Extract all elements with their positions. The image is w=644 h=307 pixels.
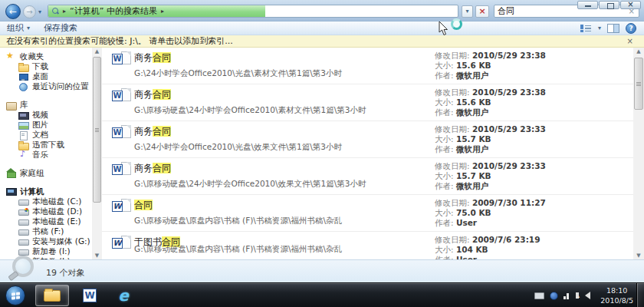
address-dropdown-button[interactable]: ▾ (462, 5, 473, 18)
sidebar-label: 下载 (28, 61, 48, 71)
nav-history-dropdown[interactable]: ▾ (38, 8, 41, 15)
sidebar-item-drive-g[interactable]: 安装与媒体 (G:) (0, 236, 92, 246)
sidebar-label: 音乐 (28, 150, 48, 160)
sidebar-item-computer[interactable]: 计算机 (0, 187, 92, 196)
sidebar-item-recent-places[interactable]: 最近访问的位置 (0, 81, 92, 91)
computer-icon (6, 187, 16, 196)
sidebar-label: 计算机 (16, 187, 44, 196)
show-desktop-button[interactable] (636, 283, 644, 307)
forward-button[interactable]: → (23, 5, 36, 18)
sidebar-item-videos[interactable]: 视频 (0, 110, 92, 120)
file-path: G:\原移动硬盘\原盘内容\书稿 (F)\书稿资源\福州书稿\杂乱 (134, 216, 342, 226)
sidebar-label: 视频 (28, 110, 48, 120)
documents-icon (18, 130, 28, 139)
file-name-highlight: 合同 (153, 89, 171, 100)
taskbar-ie-button[interactable]: e (110, 285, 136, 306)
file-name[interactable]: 商务合同 (134, 88, 171, 101)
file-name-highlight: 合同 (153, 126, 171, 137)
word-97-document-icon: W (112, 199, 133, 217)
explorer-main: 收藏夹 下载 桌面 最近访问的位置 库 视频 图片 文档 迅雷下载 音乐 家庭组… (0, 48, 644, 259)
sidebar-item-pictures[interactable]: 图片 (0, 120, 92, 130)
navigation-pane: 收藏夹 下载 桌面 最近访问的位置 库 视频 图片 文档 迅雷下载 音乐 家庭组… (0, 48, 92, 259)
organize-button[interactable]: 组织 ▾ (0, 21, 37, 35)
scroll-down-icon[interactable]: ▼ (92, 252, 102, 259)
taskbar-explorer-button[interactable] (35, 285, 69, 306)
meta-author-label: 作者: (435, 71, 454, 80)
back-button[interactable]: ← (5, 4, 21, 19)
views-dropdown-icon[interactable]: ▾ (598, 25, 601, 31)
sidebar-label: 文档 (28, 130, 48, 140)
tray-app-icon[interactable] (550, 292, 558, 300)
clock-time: 18:10 (600, 286, 633, 295)
volume-icon[interactable] (585, 292, 590, 299)
breadcrumb-arrow-icon[interactable]: ▸ (161, 8, 164, 15)
folder-icon (44, 290, 61, 302)
sidebar-item-documents[interactable]: 文档 (0, 130, 92, 140)
file-name-prefix: 商务 (134, 163, 153, 173)
sidebar-item-drive-c[interactable]: 本地磁盘 (C:) (0, 196, 92, 206)
sidebar-item-desktop[interactable]: 桌面 (0, 71, 92, 81)
sidebar-scrollbar[interactable]: ▲ ▼ (92, 48, 102, 259)
sidebar-label: 迅雷下载 (28, 140, 64, 150)
file-row[interactable]: W 于图书合同 G:\原移动硬盘\原盘内容\书稿 (F)\书稿资源\福州书稿\杂… (102, 232, 633, 259)
sidebar-item-downloads[interactable]: 下载 (0, 61, 92, 71)
drive-icon (18, 197, 28, 206)
minimize-button[interactable] (577, 1, 598, 9)
stop-search-button[interactable]: × (475, 5, 489, 18)
file-row[interactable]: W 商务合同 G:\24小时学会Office2010\光盘\效果文件\第1篇\第… (102, 121, 633, 158)
sidebar-item-drive-d[interactable]: 本地磁盘 (D:) (0, 206, 92, 216)
file-name[interactable]: 商务合同 (134, 125, 171, 138)
sidebar-label: 桌面 (28, 71, 48, 81)
file-row[interactable]: W 合同 G:\原移动硬盘\原盘内容\书稿 (F)\书稿资源\福州书稿\杂乱 修… (102, 195, 633, 232)
music-icon (18, 150, 28, 159)
sidebar-item-homegroup[interactable]: 家庭组 (0, 168, 92, 178)
scrollbar-thumb[interactable] (93, 57, 101, 203)
sidebar-item-favorites[interactable]: 收藏夹 (0, 51, 92, 61)
network-icon[interactable] (564, 292, 571, 299)
star-icon (6, 52, 16, 61)
forward-arrow-icon: → (26, 8, 32, 16)
sidebar-label: 图片 (28, 120, 48, 130)
file-metadata: 修改日期: 2010/5/29 23:33 大小: 15.7 KB 作者: 微软… (435, 124, 546, 154)
breadcrumb-location[interactable]: “计算机” 中的搜索结果 (70, 5, 157, 17)
scroll-up-icon[interactable]: ▲ (92, 48, 102, 55)
preview-pane-icon[interactable] (607, 24, 619, 33)
close-button[interactable] (620, 1, 641, 9)
file-row[interactable]: W 商务合同 G:\24小时学会Office2010\光盘\素材文件\第1篇\第… (102, 48, 633, 84)
file-name[interactable]: 商务合同 (134, 162, 171, 175)
word-97-document-icon: W (112, 236, 133, 254)
file-name[interactable]: 商务合同 (134, 51, 171, 64)
maximize-button[interactable] (599, 1, 619, 9)
language-bar-icon[interactable] (534, 292, 544, 299)
sidebar-item-libraries[interactable]: 库 (0, 100, 92, 110)
close-notification-icon[interactable]: × (623, 37, 638, 45)
drive-icon (18, 247, 28, 256)
breadcrumb-arrow-icon[interactable]: ▸ (63, 8, 66, 15)
scrollbar-thumb[interactable] (634, 58, 643, 110)
taskbar-word-button[interactable]: W (77, 285, 103, 306)
file-metadata: 修改日期: 2010/5/29 23:38 大小: 15.6 KB 作者: 微软… (435, 87, 546, 117)
file-list-scrollbar[interactable]: ▲ ▼ (633, 48, 644, 259)
start-button[interactable] (5, 286, 25, 305)
file-row[interactable]: W 商务合同 G:\原移动硬盘\24小时学会Office2010\素材文件\第1… (102, 84, 633, 121)
system-drive-icon (18, 207, 28, 216)
index-notification-bar[interactable]: 在没有索引的位置搜索可能较慢: J:\。 请单击以添加到索引... × (0, 35, 644, 48)
file-name[interactable]: 合同 (134, 199, 153, 212)
sidebar-item-music[interactable]: 音乐 (0, 150, 92, 160)
help-icon[interactable]: ? (626, 23, 636, 34)
file-path: G:\24小时学会Office2010\光盘\素材文件\第1篇\第3小时 (134, 68, 342, 79)
sidebar-item-drive-f[interactable]: 书稿 (F:) (0, 226, 92, 236)
sidebar-item-drive-e[interactable]: 本地磁盘 (E:) (0, 216, 92, 226)
search-results-list: W 商务合同 G:\24小时学会Office2010\光盘\素材文件\第1篇\第… (102, 48, 633, 259)
file-row[interactable]: W 商务合同 G:\原移动硬盘\24小时学会Office2010\效果文件\第1… (102, 158, 633, 195)
change-view-icon[interactable] (580, 24, 592, 33)
file-metadata: 修改日期: 2010/5/29 23:33 大小: 15.7 KB 作者: 微软… (435, 161, 546, 191)
scroll-up-icon[interactable]: ▲ (633, 48, 644, 55)
scroll-down-icon[interactable]: ▼ (633, 252, 644, 259)
address-bar[interactable]: ▸ “计算机” 中的搜索结果 ▸ (48, 5, 458, 18)
taskbar-clock[interactable]: 18:10 2010/8/5 (600, 286, 633, 305)
item-count: 19 个对象 (46, 267, 85, 279)
save-search-button[interactable]: 保存搜索 (37, 21, 84, 35)
internet-explorer-icon: e (118, 288, 129, 303)
sidebar-item-thunder-downloads[interactable]: 迅雷下载 (0, 140, 92, 150)
